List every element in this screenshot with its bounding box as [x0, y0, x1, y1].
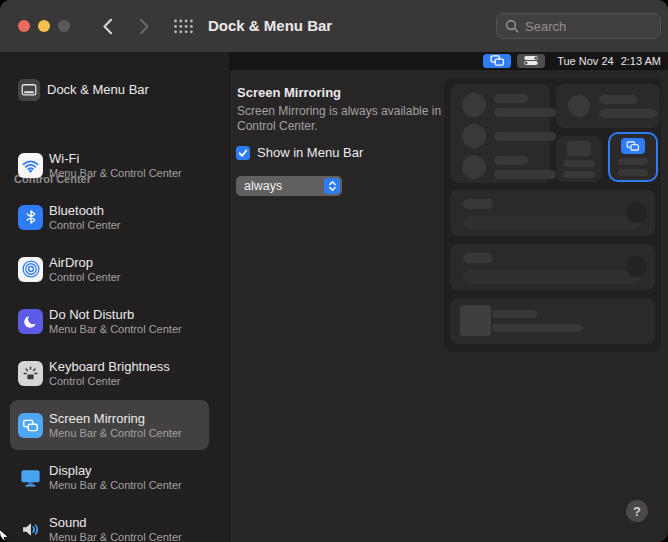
sidebar-item-title: Screen Mirroring: [49, 411, 182, 427]
screen-mirroring-icon: [18, 413, 43, 438]
forward-button[interactable]: [137, 18, 151, 35]
wifi-icon: [18, 153, 43, 178]
sidebar-item-title: Wi-Fi: [49, 151, 182, 167]
search-input[interactable]: Search: [496, 13, 661, 39]
sidebar-item-sound[interactable]: SoundMenu Bar & Control Center: [10, 505, 209, 542]
screen-mirroring-menu-icon: [483, 54, 511, 68]
system-preferences-window: Dock & Menu Bar Search Dock & Menu Bar C…: [0, 0, 668, 542]
clock-time: 2:13 AM: [621, 55, 661, 67]
sidebar-item-subtitle: Menu Bar & Control Center: [49, 427, 182, 440]
sidebar-item-label: Dock & Menu Bar: [47, 82, 149, 98]
sidebar-item-do-not-disturb[interactable]: Do Not DisturbMenu Bar & Control Center: [10, 297, 209, 345]
sidebar-item-subtitle: Control Center: [49, 375, 170, 388]
zoom-button[interactable]: [58, 20, 70, 32]
control-center-menu-icon: [517, 54, 545, 68]
sound-icon: [18, 517, 43, 542]
screen-mirroring-preview-icon: [621, 138, 645, 154]
show-in-menu-bar-checkbox[interactable]: Show in Menu Bar: [236, 145, 363, 160]
sidebar-item-display[interactable]: DisplayMenu Bar & Control Center: [10, 453, 209, 501]
show-when-dropdown[interactable]: always: [236, 176, 342, 196]
clock-date: Tue Nov 24: [557, 55, 613, 67]
dropdown-stepper-icon: [324, 178, 340, 194]
control-center-preview: [444, 77, 661, 352]
preview-media-card: [450, 298, 655, 344]
pane-description: Screen Mirroring is always available in …: [237, 104, 443, 134]
mouse-cursor-icon: [0, 527, 11, 542]
sidebar-item-dock-menu-bar[interactable]: Dock & Menu Bar: [10, 70, 209, 110]
close-button[interactable]: [18, 20, 30, 32]
titlebar: Dock & Menu Bar Search: [0, 0, 668, 53]
back-button[interactable]: [100, 18, 114, 35]
moon-icon: [18, 309, 43, 334]
sidebar-item-title: Keyboard Brightness: [49, 359, 170, 375]
pane-title: Screen Mirroring: [237, 85, 341, 100]
sidebar-item-title: Sound: [49, 515, 182, 531]
checkbox-label: Show in Menu Bar: [257, 145, 363, 160]
sidebar-item-title: AirDrop: [49, 255, 121, 271]
preview-slider-card: [450, 190, 655, 236]
airdrop-icon: [18, 257, 43, 282]
display-icon: [18, 465, 43, 490]
preview-tile-screen-mirroring: [608, 132, 658, 182]
dropdown-value: always: [244, 179, 282, 193]
menu-bar-preview: Tue Nov 242:13 AM: [230, 52, 668, 70]
sidebar-item-wifi[interactable]: Wi-FiMenu Bar & Control Center: [10, 141, 209, 189]
sidebar-item-title: Bluetooth: [49, 203, 121, 219]
sidebar-item-subtitle: Menu Bar & Control Center: [49, 167, 182, 180]
sidebar: Dock & Menu Bar Control Center Wi-FiMenu…: [0, 52, 230, 542]
search-placeholder: Search: [525, 19, 566, 34]
sidebar-item-title: Do Not Disturb: [49, 307, 182, 323]
sidebar-item-airdrop[interactable]: AirDropControl Center: [10, 245, 209, 293]
sidebar-item-subtitle: Menu Bar & Control Center: [49, 323, 182, 336]
preview-slider-card: [450, 244, 655, 290]
show-all-grid-button[interactable]: [172, 19, 194, 34]
bluetooth-icon: [18, 205, 43, 230]
sidebar-item-bluetooth[interactable]: BluetoothControl Center: [10, 193, 209, 241]
preview-card-list: [451, 84, 550, 183]
dock-icon: [18, 79, 40, 101]
checkbox-checked-icon[interactable]: [236, 146, 250, 160]
minimize-button[interactable]: [38, 20, 50, 32]
chevron-left-icon: [102, 18, 113, 35]
sidebar-item-screen-mirroring[interactable]: Screen MirroringMenu Bar & Control Cente…: [10, 400, 209, 450]
sidebar-item-keyboard-brightness[interactable]: Keyboard BrightnessControl Center: [10, 349, 209, 397]
preview-tile: [556, 136, 602, 182]
sidebar-item-subtitle: Menu Bar & Control Center: [49, 531, 182, 542]
sidebar-item-subtitle: Menu Bar & Control Center: [49, 479, 182, 492]
window-title: Dock & Menu Bar: [208, 0, 332, 52]
keyboard-brightness-icon: [18, 361, 43, 386]
grid-icon: [173, 19, 194, 34]
preview-card-user: [556, 84, 660, 128]
help-button[interactable]: ?: [626, 500, 648, 522]
search-icon: [505, 19, 519, 33]
sidebar-item-subtitle: Control Center: [49, 271, 121, 284]
sidebar-item-title: Display: [49, 463, 182, 479]
chevron-right-icon: [139, 18, 150, 35]
content-pane: Tue Nov 242:13 AM Screen Mirroring Scree…: [230, 52, 668, 542]
sidebar-item-subtitle: Control Center: [49, 219, 121, 232]
menu-bar-clock: Tue Nov 242:13 AM: [557, 55, 661, 67]
